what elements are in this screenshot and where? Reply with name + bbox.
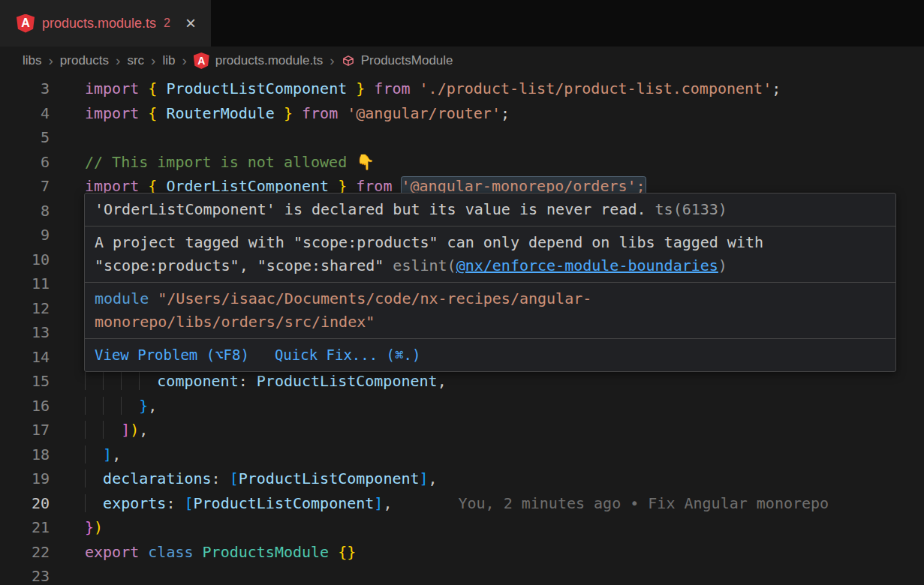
code-token: ) (130, 421, 139, 439)
code-line-16[interactable]: 16 }, (0, 394, 924, 418)
code-line-22[interactable]: 22export class ProductsModule {} (0, 540, 924, 565)
code-token: class (148, 543, 193, 561)
line-number[interactable]: 10 (0, 248, 50, 272)
code-token (157, 104, 166, 122)
line-number[interactable]: 7 (0, 174, 50, 199)
hover-status-bar: View Problem (⌥F8)Quick Fix... (⌘.) (85, 338, 895, 371)
chevron-right-icon: › (49, 52, 53, 69)
breadcrumb-label: src (127, 53, 144, 68)
close-icon[interactable]: × (185, 14, 196, 32)
breadcrumb-label: ProductsModule (361, 53, 453, 68)
code-token: ] (374, 494, 383, 512)
code-token (329, 543, 338, 561)
line-number[interactable]: 6 (0, 150, 50, 175)
eslint-rule-link[interactable]: @nx/enforce-module-boundaries (456, 256, 718, 274)
breadcrumb-item-products[interactable]: products (60, 53, 109, 68)
breadcrumb: libs›products›src›lib›Aproducts.module.t… (0, 46, 924, 75)
code-token: ProductListComponent (257, 372, 438, 390)
code-token: , (112, 446, 121, 464)
code-token: from (302, 104, 338, 122)
tab-bar: A products.module.ts 2 × (0, 0, 924, 46)
code-token: component (157, 372, 238, 390)
code-token: } (139, 397, 148, 415)
code-line-5[interactable]: 5 (0, 125, 924, 150)
code-token: import (85, 80, 139, 98)
code-line-23[interactable]: 23 (0, 564, 924, 585)
code-token: import (85, 104, 139, 122)
code-token (85, 397, 139, 415)
code-text: ]), (85, 418, 148, 442)
code-line-21[interactable]: 21}) (0, 515, 924, 540)
code-token: './product-list/product-list.component' (420, 80, 772, 98)
vscode-window: A products.module.ts 2 × libs›products›s… (0, 0, 924, 585)
line-number[interactable]: 4 (0, 101, 50, 126)
code-line-17[interactable]: 17 ]), (0, 418, 924, 442)
quick-fix-link[interactable]: Quick Fix... (⌘.) (275, 344, 420, 367)
code-token: , (438, 372, 447, 390)
line-number[interactable]: 18 (0, 442, 50, 467)
code-line-3[interactable]: 3import { ProductListComponent } from '.… (0, 76, 924, 101)
line-number[interactable]: 8 (0, 199, 50, 224)
line-number[interactable]: 13 (0, 320, 50, 345)
class-symbol-icon (342, 54, 355, 68)
code-text: export class ProductsModule {} (85, 540, 356, 565)
breadcrumb-item-libs[interactable]: libs (23, 53, 42, 68)
tab-products-module-ts[interactable]: A products.module.ts 2 × (0, 0, 211, 46)
line-number[interactable]: 21 (0, 515, 50, 540)
code-text: ], (85, 442, 121, 467)
code-token: : (239, 372, 257, 390)
breadcrumb-label: lib (162, 53, 175, 68)
breadcrumb-label: products.module.ts (215, 53, 324, 68)
line-number[interactable]: 17 (0, 418, 50, 442)
breadcrumb-item-lib[interactable]: lib (162, 53, 175, 68)
line-number[interactable]: 15 (0, 369, 50, 394)
line-number[interactable]: 16 (0, 394, 50, 418)
line-number[interactable]: 19 (0, 466, 50, 491)
code-token: ] (103, 446, 112, 464)
code-token: ProductListComponent (239, 470, 420, 488)
code-line-19[interactable]: 19 declarations: [ProductListComponent], (0, 466, 924, 491)
hover-text: module (95, 290, 149, 308)
breadcrumb-item-productsmodule[interactable]: ProductsModule (342, 53, 453, 68)
tab-title: products.module.ts (42, 16, 156, 32)
hover-message-line: "scope:products", "scope:shared" eslint(… (95, 254, 886, 278)
line-number[interactable]: 23 (0, 564, 50, 585)
code-token: { (148, 104, 157, 122)
code-line-20[interactable]: 20 exports: [ProductListComponent],You, … (0, 491, 924, 516)
hover-message-line: 'OrderListComponent' is declared but its… (95, 198, 886, 221)
line-number[interactable]: 11 (0, 272, 50, 296)
code-token: RouterModule (166, 104, 275, 122)
code-token (139, 543, 148, 561)
code-token: export (85, 543, 139, 561)
code-token: } (356, 80, 365, 98)
line-number[interactable]: 3 (0, 76, 50, 101)
code-token (338, 104, 347, 122)
code-token: [ (184, 494, 193, 512)
line-number[interactable]: 14 (0, 345, 50, 370)
code-line-4[interactable]: 4import { RouterModule } from '@angular/… (0, 101, 924, 126)
line-number[interactable]: 12 (0, 296, 50, 321)
line-number[interactable]: 9 (0, 223, 50, 248)
hover-text: ts(6133) (646, 200, 727, 218)
line-number[interactable]: 5 (0, 125, 50, 150)
view-problem-link[interactable]: View Problem (⌥F8) (95, 344, 249, 367)
line-number[interactable]: 20 (0, 491, 50, 516)
code-text: exports: [ProductListComponent], (85, 491, 392, 516)
code-token (85, 372, 157, 390)
code-token: declarations (103, 470, 212, 488)
code-line-6[interactable]: 6// This import is not allowed 👇 (0, 150, 924, 175)
hover-message-line: A project tagged with "scope:products" c… (95, 231, 886, 254)
git-blame-annotation: You, 2 minutes ago • Fix Angular monorep… (458, 491, 829, 516)
breadcrumb-label: products (60, 53, 109, 68)
breadcrumb-item-src[interactable]: src (127, 53, 144, 68)
line-number[interactable]: 22 (0, 540, 50, 565)
code-line-18[interactable]: 18 ], (0, 442, 924, 467)
chevron-right-icon: › (151, 52, 155, 69)
code-token (85, 494, 103, 512)
code-token: , (383, 494, 392, 512)
code-token: , (148, 397, 157, 415)
code-editor[interactable]: 3import { ProductListComponent } from '.… (0, 75, 924, 585)
breadcrumb-item-products-module-ts[interactable]: Aproducts.module.ts (194, 52, 324, 69)
code-text: component: ProductListComponent, (85, 369, 447, 394)
code-line-15[interactable]: 15 component: ProductListComponent, (0, 369, 924, 394)
